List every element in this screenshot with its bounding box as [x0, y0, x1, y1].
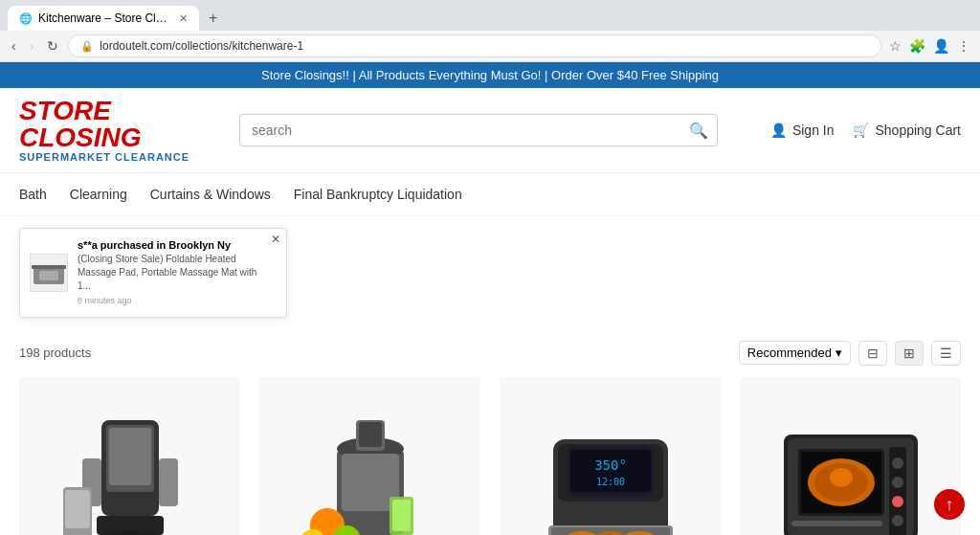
active-tab[interactable]: 🌐 Kitchenware – Store Closing Wa... ✕ [8, 6, 199, 31]
product-card-1[interactable]: Mega Kitchen System, 72 oz. Pitcher, 8-C… [19, 377, 240, 535]
new-tab-button[interactable]: + [203, 10, 223, 27]
browser-chrome: 🌐 Kitchenware – Store Closing Wa... ✕ + … [0, 0, 980, 62]
products-header: 198 products Recommended ▾ ⊟ ⊞ ☰ [19, 329, 961, 377]
svg-rect-18 [392, 500, 411, 531]
signin-button[interactable]: 👤 Sign In [770, 123, 835, 138]
user-icon: 👤 [770, 123, 787, 138]
nav-item-clearning[interactable]: Clearning [70, 173, 127, 215]
back-button[interactable]: ‹ [8, 36, 20, 56]
nav-item-bath[interactable]: Bath [19, 173, 47, 215]
product-card-2[interactable]: 🔥 Clearance Sale 🔥 Juicer Machines Veget… [259, 377, 480, 535]
signin-label: Sign In [792, 123, 835, 138]
products-section: 198 products Recommended ▾ ⊟ ⊞ ☰ [0, 329, 980, 535]
sort-label: Recommended [747, 346, 832, 360]
svg-point-44 [892, 496, 903, 507]
address-bar-row: ‹ › ↻ 🔒 lordoutelt.com/collections/kitch… [0, 31, 980, 61]
toast-product-name: (Closing Store Sale) Foldable Heated Mas… [78, 253, 257, 293]
small-grid-view-button[interactable]: ⊟ [858, 341, 887, 366]
product-image-1 [19, 377, 240, 535]
product-card-3[interactable]: 350° 12:00 🔥 Clearance Sale 🔥 Hercu Air … [500, 377, 721, 535]
svg-rect-2 [32, 265, 66, 269]
toast-text-area: s**a purchased in Brooklyn Ny (Closing S… [78, 238, 257, 307]
logo-area[interactable]: STORE CLOSING SUPERMARKET CLEARANCE [19, 98, 211, 163]
svg-rect-46 [791, 521, 882, 526]
maximize-button[interactable] [942, 11, 953, 22]
grid-view-button[interactable]: ⊞ [895, 341, 924, 366]
url-bar[interactable]: 🔒 lordoutelt.com/collections/kitchenware… [68, 34, 881, 57]
toast-product-image [30, 254, 68, 292]
svg-point-40 [830, 468, 853, 487]
svg-rect-8 [159, 458, 178, 506]
product-image-2 [259, 377, 480, 535]
profile-icon[interactable]: 👤 [931, 36, 951, 56]
product-image-3: 350° 12:00 [500, 377, 721, 535]
close-button[interactable] [961, 11, 972, 22]
main-nav: Bath Clearning Curtains & Windows Final … [0, 173, 980, 216]
extensions-icon[interactable]: 🧩 [907, 36, 927, 56]
search-button[interactable]: 🔍 [689, 122, 708, 140]
toast-time: 8 minutes ago [78, 295, 257, 307]
list-view-button[interactable]: ☰ [931, 341, 961, 366]
toast-close-button[interactable]: ✕ [271, 233, 280, 246]
svg-text:12:00: 12:00 [595, 477, 624, 487]
svg-rect-16 [359, 422, 382, 447]
svg-point-42 [892, 457, 903, 469]
url-text: lordoutelt.com/collections/kitchenware-1 [100, 39, 303, 53]
svg-rect-5 [109, 428, 151, 485]
logo-store-closing: STORE CLOSING [19, 98, 211, 151]
nav-item-curtains[interactable]: Curtains & Windows [150, 173, 271, 215]
tab-close-icon[interactable]: ✕ [179, 12, 188, 25]
nav-item-bankruptcy[interactable]: Final Bankruptcy Liquidation [294, 173, 462, 215]
addressbar-actions: ☆ 🧩 👤 ⋮ [887, 36, 972, 56]
forward-button[interactable]: › [26, 36, 38, 56]
sort-chevron-icon: ▾ [835, 346, 842, 360]
svg-text:350°: 350° [594, 457, 627, 473]
product-card-4[interactable]: 12L Air Fryer Oven, 1600W Air Fryer Oven… [740, 377, 961, 535]
browser-tabs: 🌐 Kitchenware – Store Closing Wa... ✕ + [0, 0, 980, 31]
svg-point-45 [892, 515, 903, 526]
product-grid: Mega Kitchen System, 72 oz. Pitcher, 8-C… [19, 377, 961, 535]
reload-button[interactable]: ↻ [43, 36, 62, 56]
announcement-text: Store Closings!! | All Products Everythi… [261, 68, 719, 82]
cart-icon: 🛒 [853, 123, 869, 138]
header-actions: 👤 Sign In 🛒 Shopping Cart [770, 123, 961, 138]
svg-point-43 [892, 477, 903, 488]
sort-dropdown[interactable]: Recommended ▾ [739, 341, 851, 365]
svg-rect-1 [39, 271, 58, 280]
search-bar-wrapper: 🔍 [239, 114, 718, 146]
products-controls: Recommended ▾ ⊟ ⊞ ☰ [739, 341, 961, 366]
menu-icon[interactable]: ⋮ [955, 36, 972, 56]
lock-icon: 🔒 [80, 40, 94, 53]
window-controls [923, 11, 972, 26]
cart-label: Shopping Cart [875, 123, 961, 138]
help-button[interactable]: ↑ [934, 489, 965, 520]
announcement-bar: Store Closings!! | All Products Everythi… [0, 62, 980, 88]
minimize-button[interactable] [923, 11, 934, 22]
cart-button[interactable]: 🛒 Shopping Cart [853, 123, 961, 138]
svg-rect-11 [65, 490, 90, 528]
site-header: STORE CLOSING SUPERMARKET CLEARANCE 🔍 👤 … [0, 88, 980, 173]
tab-title: Kitchenware – Store Closing Wa... [38, 11, 173, 25]
product-image-4 [740, 377, 961, 535]
toast-notification: s**a purchased in Brooklyn Ny (Closing S… [19, 228, 287, 318]
products-count: 198 products [19, 346, 91, 360]
search-input[interactable] [239, 114, 718, 146]
logo-sub: SUPERMARKET CLEARANCE [19, 151, 211, 163]
bookmark-icon[interactable]: ☆ [887, 36, 903, 56]
toast-buyer: s**a purchased in Brooklyn Ny [78, 238, 257, 253]
